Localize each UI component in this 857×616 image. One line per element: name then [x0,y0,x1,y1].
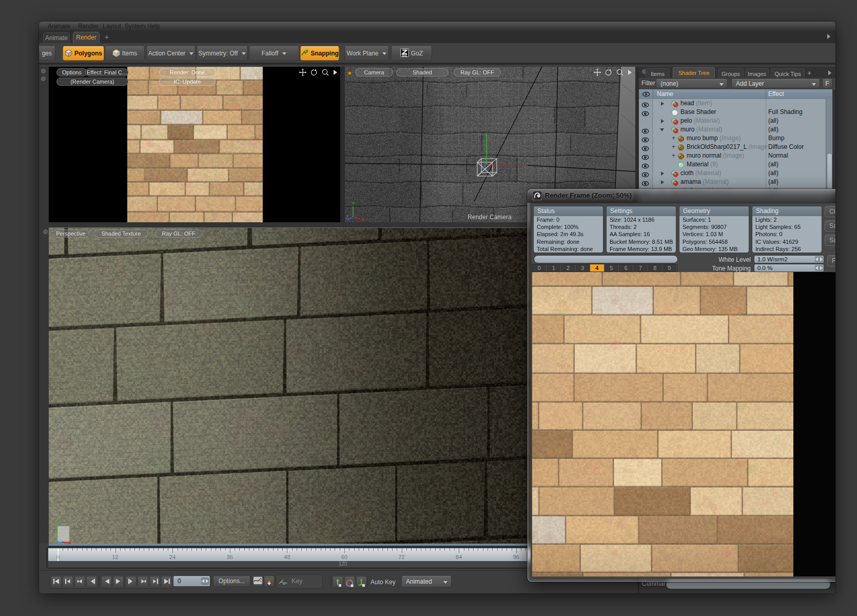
white-level-field[interactable]: 1.0 W/srm2 [754,255,824,263]
play-forward-button[interactable] [113,576,124,587]
tone-mapping-spinner[interactable] [815,265,823,271]
save-layered-button[interactable]: Sav [825,235,835,246]
eye-toggle[interactable] [639,151,653,160]
ik-tool-icon-button[interactable] [333,576,343,587]
expand-arrow-icon[interactable] [661,180,664,184]
expand-plus-icon[interactable]: + [672,134,675,142]
frame-slot-9[interactable]: 9 [663,264,677,272]
preview-effect-button[interactable]: Effect: Final C... [85,68,128,76]
tree-row-pelo[interactable]: pelo (Material)(all) [639,117,832,125]
frame-slot-0[interactable]: 0 [532,264,547,272]
expand-arrow-icon[interactable] [661,171,664,176]
constraint-tool-icon-button[interactable] [344,576,355,587]
tree-scrollbar-thumb[interactable] [827,153,832,194]
step-back-key-button[interactable] [74,576,85,587]
eye-toggle[interactable] [639,99,653,108]
tab-overflow-arrow-icon[interactable] [827,34,830,39]
polygons-button[interactable]: Polygons [63,46,104,61]
tree-row-muro-normal[interactable]: +muro normal (Image)Normal [639,151,832,160]
tree-row-muro-bump[interactable]: +muro bump (Image)Bump [639,134,832,143]
next-keyframe-button[interactable] [149,576,160,587]
panel-tab-add-button[interactable]: + [807,69,811,77]
save-image-button[interactable]: Sav [825,220,835,232]
frame-slot-7[interactable]: 7 [633,264,648,272]
tree-row-cloth[interactable]: cloth (Material)(all) [639,169,832,178]
white-level-spinner[interactable] [815,256,823,262]
items-button[interactable]: Items [105,46,145,61]
frame-slot-8[interactable]: 8 [648,264,663,272]
preview-options-button[interactable]: Options [56,68,87,76]
frame-slot-6[interactable]: 6 [619,264,633,272]
selection-mode-edges-button[interactable]: ges [39,46,55,61]
graph-editor-icon-button[interactable] [252,575,263,587]
expand-plus-icon[interactable]: + [672,152,675,159]
playhead[interactable] [57,548,59,561]
eye-toggle[interactable] [639,169,653,178]
persp-shading-button[interactable]: Shaded Texture [94,229,148,238]
tree-row-muro[interactable]: muro (Material)(all) [639,125,832,134]
go-to-end-button[interactable] [161,576,172,587]
fin-button[interactable]: Fin [827,255,835,266]
render-status-button[interactable]: Render: Done [159,68,216,76]
graph-export-icon-button[interactable] [264,575,275,587]
key-button-label[interactable]: Key [291,578,303,585]
camera-raygl-button[interactable]: Ray GL: OFF [454,68,501,76]
layout-tab-render[interactable]: Render [73,32,100,43]
filter-f-button[interactable]: F [822,79,832,88]
dialog-title-bar[interactable]: Render Frame (Zoom: 50%) [528,189,835,203]
panel-knob[interactable] [41,76,46,81]
eye-toggle[interactable] [639,143,653,151]
panel-tab-images[interactable]: Images [745,68,769,79]
prev-keyframe-button[interactable] [63,576,73,587]
tone-mapping-field[interactable]: 0.0 % [754,264,824,272]
camera-view-type-button[interactable]: Camera [355,68,393,76]
frame-back-button[interactable] [86,576,97,587]
panel-tab-items[interactable]: Items [646,68,670,79]
go-to-start-button[interactable] [51,576,62,587]
channel-tool-icon-button[interactable] [356,576,367,587]
menu-render[interactable]: Render [78,23,98,30]
persp-view-type-button[interactable]: Perspective [52,229,89,238]
render-preview-viewport[interactable] [49,67,340,222]
tree-row-head[interactable]: head (Item) [639,99,832,108]
action-center-button[interactable]: Action Center [146,46,196,61]
goz-button[interactable]: GoZGoZ [391,46,432,61]
frame-forward-button[interactable] [126,576,137,587]
layout-tab-animate[interactable]: Animate [43,32,70,43]
viewport-splitter[interactable] [340,67,345,222]
eye-toggle[interactable] [639,117,653,125]
panel-tab-shader-tree[interactable]: Shader Tree [673,67,715,79]
menu-layout[interactable]: Layout [103,23,121,30]
tree-row-material[interactable]: Material (9)(all) [639,160,832,169]
eye-toggle[interactable] [639,134,653,143]
symmetry-off-button[interactable]: Symmetry: Off [197,46,248,61]
panel-tab-quick-tips[interactable]: Quick Tips [771,68,805,79]
panel-tab-groups[interactable]: Groups [718,68,744,79]
close-button[interactable]: Clo [825,206,835,217]
work-plane-button[interactable]: Work Plane [344,46,389,61]
camera-shading-button[interactable]: Shaded [396,68,449,76]
eye-toggle[interactable] [639,125,653,134]
frame-slot-5[interactable]: 5 [605,264,619,272]
current-frame-field[interactable]: 0 [173,575,210,587]
collapse-arrow-icon[interactable] [660,128,664,131]
frame-spinner[interactable] [201,578,209,585]
filter-dropdown[interactable]: (none) [656,79,728,88]
camera-nav-icons[interactable] [593,68,633,76]
preview-nav-icons[interactable] [299,68,339,76]
frame-slot-2[interactable]: 2 [561,264,575,272]
render-frame-dialog[interactable]: Render Frame (Zoom: 50%) StatusFrame: 0C… [528,189,835,582]
preview-camera-button[interactable]: (Render Camera) [56,78,128,86]
snapping-button[interactable]: Snapping [300,46,339,61]
eye-toggle[interactable] [639,178,653,186]
options-button[interactable]: Options... [213,575,250,587]
menu-animate[interactable]: Animate [48,23,70,30]
eye-toggle[interactable] [639,108,653,117]
ic-status-button[interactable]: IC: Update [159,78,216,86]
animated-dropdown[interactable]: Animated [401,576,452,587]
panel-tab-overflow-arrow-icon[interactable] [828,70,831,75]
frame-slot-4[interactable]: 4 [590,264,605,272]
add-layer-dropdown[interactable]: Add Layer [731,79,820,88]
expand-arrow-icon[interactable] [661,102,664,106]
persp-raygl-button[interactable]: Ray GL: OFF [155,229,202,238]
